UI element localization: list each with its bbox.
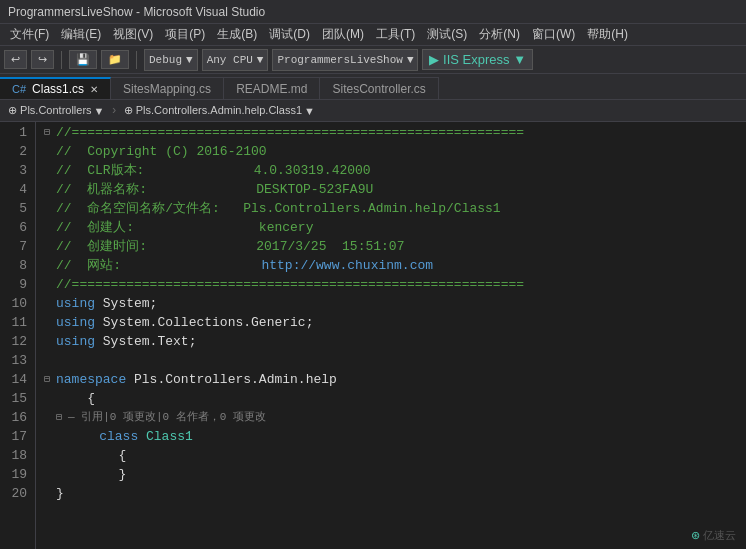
menu-analyze[interactable]: 分析(N) bbox=[473, 24, 526, 45]
code-line-16b: class Class1 bbox=[44, 427, 738, 446]
toolbar-separator-2 bbox=[136, 51, 137, 69]
line-num-8: 8 bbox=[8, 256, 27, 275]
code-text-6: // 创建人: kencery bbox=[56, 218, 313, 237]
line-num-17: 17 bbox=[8, 427, 27, 446]
code-text-2: // Copyright (C) 2016-2100 bbox=[56, 142, 267, 161]
breadcrumb-left[interactable]: ⊕ Pls.Controllers ▼ bbox=[4, 103, 108, 118]
undo-button[interactable]: ↩ bbox=[4, 50, 27, 69]
line-num-12: 12 bbox=[8, 332, 27, 351]
line-num-6: 6 bbox=[8, 218, 27, 237]
code-ref-16: — 引用|0 项更改|0 名作者，0 项更改 bbox=[68, 408, 266, 427]
cpu-label: Any CPU bbox=[207, 54, 253, 66]
code-content[interactable]: ⊟ //====================================… bbox=[36, 122, 746, 549]
code-link-8[interactable]: http://www.chuxinm.com bbox=[261, 256, 433, 275]
tab-bar: C# Class1.cs ✕ SitesMapping.cs README.md… bbox=[0, 74, 746, 100]
code-line-9: //======================================… bbox=[44, 275, 738, 294]
cpu-arrow: ▼ bbox=[257, 54, 264, 66]
line-num-4: 4 bbox=[8, 180, 27, 199]
line-num-11: 11 bbox=[8, 313, 27, 332]
line-num-10: 10 bbox=[8, 294, 27, 313]
debug-config-dropdown[interactable]: Debug ▼ bbox=[144, 49, 198, 71]
code-text-18: } bbox=[56, 465, 126, 484]
code-text-11: System.Collections.Generic; bbox=[95, 313, 313, 332]
menu-file[interactable]: 文件(F) bbox=[4, 24, 55, 45]
tab-readme-label: README.md bbox=[236, 82, 307, 96]
line-num-9: 9 bbox=[8, 275, 27, 294]
line-num-2: 2 bbox=[8, 142, 27, 161]
watermark-icon: ⊛ bbox=[691, 529, 700, 541]
code-line-17: { bbox=[44, 446, 738, 465]
code-line-16: ⊟ — 引用|0 项更改|0 名作者，0 项更改 bbox=[44, 408, 738, 427]
tab-class1-label: Class1.cs bbox=[32, 82, 84, 96]
code-line-12: using System.Text; bbox=[44, 332, 738, 351]
breadcrumb-right-label: ⊕ Pls.Controllers.Admin.help.Class1 bbox=[124, 104, 302, 117]
tab-sitesmapping-label: SitesMapping.cs bbox=[123, 82, 211, 96]
line-num-13: 13 bbox=[8, 351, 27, 370]
tab-readme[interactable]: README.md bbox=[224, 77, 320, 99]
line-num-18: 18 bbox=[8, 446, 27, 465]
menu-test[interactable]: 测试(S) bbox=[421, 24, 473, 45]
redo-button[interactable]: ↪ bbox=[31, 50, 54, 69]
collapse-14[interactable]: ⊟ bbox=[44, 370, 54, 389]
tab-sitesmapping[interactable]: SitesMapping.cs bbox=[111, 77, 224, 99]
toolbar: ↩ ↪ 💾 📁 Debug ▼ Any CPU ▼ ProgrammersLiv… bbox=[0, 46, 746, 74]
watermark-text: 亿速云 bbox=[703, 529, 736, 541]
line-num-15: 15 bbox=[8, 389, 27, 408]
tab-sitescontroller-label: SitesController.cs bbox=[332, 82, 425, 96]
code-line-10: using System; bbox=[44, 294, 738, 313]
debug-config-label: Debug bbox=[149, 54, 182, 66]
menu-help[interactable]: 帮助(H) bbox=[581, 24, 634, 45]
code-text-12: System.Text; bbox=[95, 332, 196, 351]
tab-class1[interactable]: C# Class1.cs ✕ bbox=[0, 77, 111, 99]
toolbar-separator-1 bbox=[61, 51, 62, 69]
code-keyword-11: using bbox=[56, 313, 95, 332]
code-line-13 bbox=[44, 351, 738, 370]
tab-sitescontroller[interactable]: SitesController.cs bbox=[320, 77, 438, 99]
code-text-9: //======================================… bbox=[56, 275, 524, 294]
menu-tools[interactable]: 工具(T) bbox=[370, 24, 421, 45]
breadcrumb-right-arrow: ▼ bbox=[304, 105, 315, 117]
line-num-20: 20 bbox=[8, 484, 27, 503]
code-text-1: //======================================… bbox=[56, 123, 524, 142]
code-line-3: // CLR版本: 4.0.30319.42000 bbox=[44, 161, 738, 180]
menu-debug[interactable]: 调试(D) bbox=[263, 24, 316, 45]
menu-project[interactable]: 项目(P) bbox=[159, 24, 211, 45]
open-button[interactable]: 📁 bbox=[101, 50, 129, 69]
code-area: 1 2 3 4 5 6 7 8 9 10 11 12 13 14 15 16 1… bbox=[0, 122, 746, 549]
app-title: ProgrammersLiveShow - Microsoft Visual S… bbox=[8, 5, 265, 19]
code-line-8: // 网站: http://www.chuxinm.com bbox=[44, 256, 738, 275]
code-text-17: { bbox=[56, 446, 126, 465]
breadcrumb-left-label: ⊕ Pls.Controllers bbox=[8, 104, 92, 117]
code-keyword-14: namespace bbox=[56, 370, 126, 389]
menu-edit[interactable]: 编辑(E) bbox=[55, 24, 107, 45]
watermark: ⊛ 亿速云 bbox=[691, 528, 736, 543]
code-line-15: { bbox=[44, 389, 738, 408]
tab-class1-icon: C# bbox=[12, 83, 26, 95]
menu-window[interactable]: 窗口(W) bbox=[526, 24, 581, 45]
code-line-6: // 创建人: kencery bbox=[44, 218, 738, 237]
project-dropdown[interactable]: ProgrammersLiveShow ▼ bbox=[272, 49, 418, 71]
cpu-dropdown[interactable]: Any CPU ▼ bbox=[202, 49, 269, 71]
menu-bar: 文件(F) 编辑(E) 视图(V) 项目(P) 生成(B) 调试(D) 团队(M… bbox=[0, 24, 746, 46]
collapse-16[interactable]: ⊟ bbox=[56, 408, 66, 427]
code-text-19: } bbox=[56, 484, 64, 503]
breadcrumb-right[interactable]: ⊕ Pls.Controllers.Admin.help.Class1 ▼ bbox=[120, 103, 319, 118]
line-num-19: 19 bbox=[8, 465, 27, 484]
menu-team[interactable]: 团队(M) bbox=[316, 24, 370, 45]
code-text-3: // CLR版本: 4.0.30319.42000 bbox=[56, 161, 371, 180]
line-num-14: 14 bbox=[8, 370, 27, 389]
code-text-8a: // 网站: bbox=[56, 256, 261, 275]
menu-build[interactable]: 生成(B) bbox=[211, 24, 263, 45]
iis-express-button[interactable]: ▶ IIS Express ▼ bbox=[422, 49, 533, 70]
code-line-2: // Copyright (C) 2016-2100 bbox=[44, 142, 738, 161]
save-button[interactable]: 💾 bbox=[69, 50, 97, 69]
collapse-1[interactable]: ⊟ bbox=[44, 123, 54, 142]
code-text-15: { bbox=[56, 389, 95, 408]
project-label: ProgrammersLiveShow bbox=[277, 54, 402, 66]
tab-class1-close[interactable]: ✕ bbox=[90, 84, 98, 95]
code-keyword-12: using bbox=[56, 332, 95, 351]
line-numbers: 1 2 3 4 5 6 7 8 9 10 11 12 13 14 15 16 1… bbox=[0, 122, 36, 549]
menu-view[interactable]: 视图(V) bbox=[107, 24, 159, 45]
breadcrumb-bar: ⊕ Pls.Controllers ▼ › ⊕ Pls.Controllers.… bbox=[0, 100, 746, 122]
code-line-1: ⊟ //====================================… bbox=[44, 123, 738, 142]
